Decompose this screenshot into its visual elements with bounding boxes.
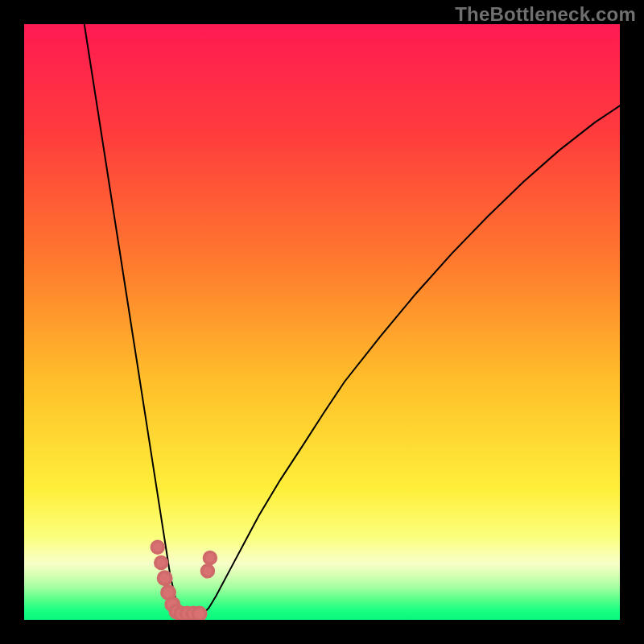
curve-marker xyxy=(151,541,163,553)
gradient-background xyxy=(24,24,620,620)
curve-marker xyxy=(202,565,214,577)
plot-area xyxy=(24,24,620,620)
frame: TheBottleneck.com xyxy=(0,0,644,644)
curve-marker xyxy=(155,557,167,569)
curve-marker xyxy=(204,552,216,564)
bottleneck-chart xyxy=(24,24,620,620)
curve-marker xyxy=(159,572,171,584)
watermark-text: TheBottleneck.com xyxy=(455,3,636,26)
curve-marker xyxy=(192,607,205,620)
